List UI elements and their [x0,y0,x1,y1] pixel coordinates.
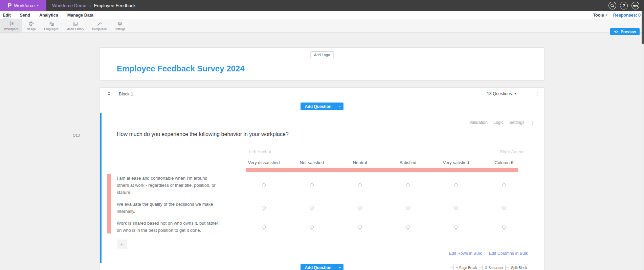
toolbar-item-design[interactable]: Design [22,19,40,32]
row-statement[interactable]: Work is shared based not on who owns it,… [117,220,240,234]
radio-button[interactable] [406,183,410,187]
radio-button[interactable] [502,183,506,187]
image-icon [72,21,78,26]
avatar[interactable]: HW [631,2,639,9]
split-block-button[interactable]: Split Block [509,265,529,270]
toolbar-item-settings[interactable]: Settings [111,19,129,32]
add-question-button[interactable]: Add Question [301,103,336,110]
survey-title[interactable]: Employee Feedback Survey 2024 [117,64,245,73]
separator-button[interactable]: ☑ Separator [482,265,506,270]
breadcrumb-project-link[interactable]: Workforce Demo [52,3,86,8]
product-name: Workforce [14,3,35,8]
translate-icon [48,21,54,26]
radio-button[interactable] [454,183,458,187]
edit-columns-in-bulk-link[interactable]: Edit Columns in Bulk [489,251,528,256]
responses-count[interactable]: Responses: 0 [613,13,641,18]
column-header-1[interactable]: Very dissatisfied [240,160,288,165]
radio-button[interactable] [358,183,362,187]
chevron-down-icon: ▾ [37,4,39,7]
column-header-4[interactable]: Satisfied [384,160,432,165]
radio-button[interactable] [262,206,266,210]
toolbar-item-completion[interactable]: Completion [88,19,111,32]
question-text[interactable]: How much do you experience the following… [117,113,528,137]
radio-button[interactable] [310,206,314,210]
preview-button[interactable]: Preview [610,28,640,35]
column-spacer [117,160,240,165]
radio-button[interactable] [358,206,362,210]
matrix-rows: I am at ease and comfortable when I'm ar… [117,172,528,236]
block-name[interactable]: Block 1 [119,91,133,96]
radio-button[interactable] [358,225,362,229]
row-statement[interactable]: I am at ease and comfortable when I'm ar… [117,175,240,196]
page-break-label: Page Break [459,266,477,270]
question-q13[interactable]: Q13 Validation Logic Settings ⋮ How much… [100,113,544,263]
radio-button[interactable] [406,225,410,229]
eye-icon [614,30,619,33]
block-options-kebab-icon[interactable]: ⋮ [535,91,540,96]
row-statement[interactable]: We evaluate the quality of the decisions… [117,201,240,215]
logic-menu-item[interactable]: Logic [493,120,504,125]
radio-button[interactable] [262,225,266,229]
add-question-row-top: Add Question ▾ [100,100,544,113]
toolbar-item-workspace[interactable]: Workspace [0,19,22,32]
edit-rows-in-bulk-link[interactable]: Edit Rows in Bulk [449,251,482,256]
radio-button[interactable] [502,206,506,210]
add-logo-button[interactable]: Add Logo [310,51,334,58]
radio-button[interactable] [454,206,458,210]
radio-button[interactable] [310,225,314,229]
question-count-label: 13 Questions [487,91,512,96]
column-header-2[interactable]: Not satisfied [288,160,336,165]
separator-label: Separator [488,266,503,270]
toolbar-item-languages[interactable]: Languages [40,19,62,32]
survey-canvas: Add Logo Employee Feedback Survey 2024 B… [0,47,644,270]
column-header-6[interactable]: Column 6 [480,160,528,165]
palette-icon [28,21,34,26]
radio-button[interactable] [310,183,314,187]
matrix-column-headers: Very dissatisfied Not satisfied Neutral … [117,160,528,165]
question-count-dropdown[interactable]: 13 Questions ▾ [487,91,516,96]
search-button[interactable] [608,2,616,9]
column-header-5[interactable]: Very satisfied [432,160,480,165]
chevron-down-icon: ▾ [339,266,340,269]
nav-tabs: Edit Send Analytics Manage Data [3,11,93,19]
add-question-button[interactable]: Add Question [301,264,336,270]
add-question-split-button-bottom: Add Question ▾ [301,264,344,270]
validation-menu-item[interactable]: Validation [469,120,488,125]
breadcrumb: Workforce Demo › Employee Feedback [52,3,136,8]
radio-button[interactable] [262,183,266,187]
add-question-dropdown-button[interactable]: ▾ [336,264,343,270]
column-header-3[interactable]: Neutral [336,160,384,165]
question-options-kebab-icon[interactable]: ⋮ [530,120,535,125]
tab-analytics[interactable]: Analytics [39,11,58,19]
settings-menu-item[interactable]: Settings [509,120,525,125]
tab-edit[interactable]: Edit [3,11,11,19]
question-divider [117,142,528,142]
scrollbar-thumb[interactable] [642,11,644,44]
collapse-block-button[interactable] [107,91,111,96]
page-break-button[interactable]: ✂ Page Break [453,265,480,270]
left-anchor-label[interactable]: Left Anchor [249,149,271,154]
right-anchor-label[interactable]: Right Anchor [500,149,525,154]
breadcrumb-current-survey: Employee Feedback [94,3,136,8]
add-question-dropdown-button[interactable]: ▾ [336,103,343,110]
add-row-button[interactable]: + [117,240,127,249]
block-footer: Add Question ▾ ✂ Page Break ☑ Separator [100,263,544,270]
radio-button[interactable] [406,206,410,210]
tab-send[interactable]: Send [20,11,30,19]
help-button[interactable]: ? [620,2,628,9]
connector-line [479,268,482,268]
plus-icon: + [120,241,124,248]
chevron-down-icon: ▾ [514,92,516,95]
tab-manage-data[interactable]: Manage Data [67,11,93,19]
toolbar-item-label: Settings [115,27,125,31]
radio-button[interactable] [454,225,458,229]
product-switcher[interactable]: P Workforce ▾ [0,0,46,11]
question-id-label: Q13 [73,133,80,137]
vertical-scrollbar[interactable] [642,11,644,270]
radio-button[interactable] [502,225,506,229]
toolbar-item-label: Workspace [4,27,18,31]
avatar-initials: HW [632,4,638,7]
toolbar-item-media-library[interactable]: Media Library [62,19,88,32]
matrix-row-2: We evaluate the quality of the decisions… [117,198,528,217]
tools-menu[interactable]: Tools ▾ [593,13,607,18]
